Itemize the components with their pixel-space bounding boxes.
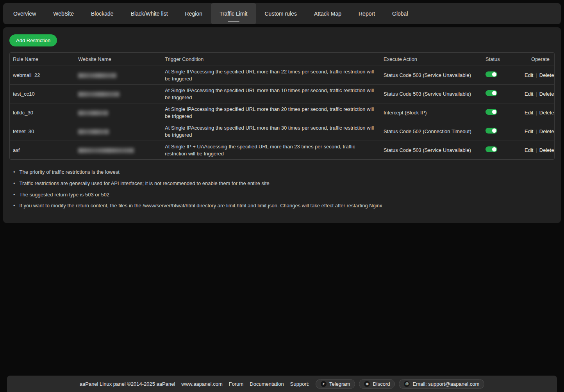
telegram-label: Telegram	[329, 381, 350, 387]
status-toggle[interactable]	[485, 146, 497, 152]
blurred-website-name	[78, 73, 116, 78]
add-restriction-button[interactable]: Add Restriction	[9, 34, 57, 46]
note-item: •If you want to modify the return conten…	[13, 202, 555, 209]
tab-traffic-limit[interactable]: Traffic Limit	[211, 3, 256, 24]
rule-name: asf	[10, 147, 75, 154]
email-icon: @	[404, 381, 410, 387]
footer-bar: aaPanel Linux panel ©2014-2025 aaPanel w…	[7, 376, 557, 392]
traffic-limit-panel: Add Restriction Rule Name Website Name T…	[3, 27, 561, 223]
edit-link[interactable]: Edit	[525, 128, 533, 134]
trigger-condition: At Single IP + UAAccessing the specified…	[162, 143, 380, 157]
operate-cell: Edit|Delete	[521, 91, 555, 98]
notes-list: •The priority of traffic restrictions is…	[9, 169, 555, 209]
execute-action: Status Code 503 (Service Unavailable)	[380, 72, 482, 79]
tab-website[interactable]: WebSite	[45, 3, 82, 24]
edit-link[interactable]: Edit	[525, 147, 533, 153]
rule-name: webmail_22	[10, 72, 75, 79]
tab-global[interactable]: Global	[384, 3, 416, 24]
tab-overview[interactable]: Overview	[5, 3, 45, 24]
delete-link[interactable]: Delete	[539, 91, 554, 97]
table-body: webmail_22 At Single IPAccessing the spe…	[10, 66, 554, 159]
status-cell	[482, 146, 521, 154]
execute-action: Status Code 502 (Connection Timeout)	[380, 128, 482, 135]
rule-name: teteet_30	[10, 128, 75, 135]
operate-divider: |	[535, 91, 537, 97]
tab-black-white-list[interactable]: Black/White list	[122, 3, 177, 24]
website-name-redacted	[75, 109, 162, 116]
header-website-name: Website Name	[75, 56, 162, 63]
discord-button[interactable]: ◉ Discord	[359, 379, 395, 389]
tab-custom-rules[interactable]: Custom rules	[256, 3, 305, 24]
operate-divider: |	[535, 147, 537, 153]
operate-cell: Edit|Delete	[521, 147, 555, 154]
website-name-redacted	[75, 72, 162, 79]
website-name-redacted	[75, 128, 162, 135]
status-toggle[interactable]	[485, 128, 497, 134]
trigger-condition: At Single IPAccessing the specified URL …	[162, 106, 380, 119]
table-header-row: Rule Name Website Name Trigger Condition…	[10, 53, 554, 66]
tab-region[interactable]: Region	[177, 3, 211, 24]
email-button[interactable]: @ Email: support@aapanel.com	[399, 379, 484, 389]
status-cell	[482, 109, 521, 117]
bullet-icon: •	[13, 202, 15, 209]
forum-link[interactable]: Forum	[229, 381, 244, 387]
trigger-condition: At Single IPAccessing the specified URL …	[162, 68, 380, 82]
operate-cell: Edit|Delete	[521, 128, 555, 135]
site-link[interactable]: www.aapanel.com	[181, 381, 223, 387]
note-text: Traffic restrictions are generally used …	[20, 180, 270, 187]
table-row: lotkfc_30 At Single IPAccessing the spec…	[10, 103, 554, 122]
table-row: asf At Single IP + UAAccessing the speci…	[10, 141, 554, 159]
table-row: teteet_30 At Single IPAccessing the spec…	[10, 122, 554, 141]
edit-link[interactable]: Edit	[525, 72, 533, 78]
delete-link[interactable]: Delete	[539, 110, 554, 116]
rule-name: lotkfc_30	[10, 109, 75, 116]
execute-action: Intercept (Block IP)	[380, 109, 482, 116]
top-nav: Overview WebSite Blockade Black/White li…	[3, 3, 561, 24]
tab-blockade[interactable]: Blockade	[82, 3, 122, 24]
bullet-icon: •	[13, 191, 15, 198]
tab-attack-map[interactable]: Attack Map	[305, 3, 350, 24]
table-row: test_cc10 At Single IPAccessing the spec…	[10, 84, 554, 103]
tab-report[interactable]: Report	[350, 3, 384, 24]
support-label: Support:	[290, 381, 309, 387]
note-text: The suggested return type is 503 or 502	[20, 191, 110, 198]
note-item: •The suggested return type is 503 or 502	[13, 191, 555, 198]
operate-divider: |	[535, 110, 537, 116]
discord-icon: ◉	[364, 381, 370, 387]
trigger-condition: At Single IPAccessing the specified URL …	[162, 87, 380, 101]
note-text: If you want to modify the return content…	[20, 202, 382, 209]
operate-cell: Edit|Delete	[521, 72, 555, 79]
note-item: •Traffic restrictions are generally used…	[13, 180, 555, 187]
discord-label: Discord	[373, 381, 390, 387]
waf-traffic-limit-page: Overview WebSite Blockade Black/White li…	[0, 0, 564, 392]
bullet-icon: •	[13, 180, 15, 187]
bullet-icon: •	[13, 169, 15, 176]
status-toggle[interactable]	[485, 71, 497, 77]
trigger-condition: At Single IPAccessing the specified URL …	[162, 125, 380, 138]
delete-link[interactable]: Delete	[539, 147, 554, 153]
status-toggle[interactable]	[485, 90, 497, 96]
delete-link[interactable]: Delete	[539, 72, 554, 78]
execute-action: Status Code 503 (Service Unavailable)	[380, 91, 482, 98]
edit-link[interactable]: Edit	[525, 91, 533, 97]
restriction-table: Rule Name Website Name Trigger Condition…	[9, 52, 555, 160]
blurred-website-name	[78, 129, 109, 134]
header-rule-name: Rule Name	[10, 56, 75, 63]
header-status: Status	[482, 56, 521, 63]
table-row: webmail_22 At Single IPAccessing the spe…	[10, 66, 554, 84]
rule-name: test_cc10	[10, 91, 75, 98]
blurred-website-name	[78, 110, 108, 116]
delete-link[interactable]: Delete	[539, 128, 554, 134]
copyright-text: aaPanel Linux panel ©2014-2025 aaPanel	[80, 381, 175, 387]
edit-link[interactable]: Edit	[525, 110, 533, 116]
operate-divider: |	[535, 72, 537, 78]
email-label: Email: support@aapanel.com	[412, 381, 479, 387]
execute-action: Status Code 503 (Service Unavailable)	[380, 147, 482, 154]
docs-link[interactable]: Documentation	[250, 381, 284, 387]
operate-cell: Edit|Delete	[521, 109, 555, 116]
website-name-redacted	[75, 91, 162, 98]
telegram-button[interactable]: ➤ Telegram	[316, 379, 355, 389]
status-toggle[interactable]	[485, 109, 497, 115]
blurred-website-name	[78, 92, 120, 97]
operate-divider: |	[535, 128, 537, 134]
